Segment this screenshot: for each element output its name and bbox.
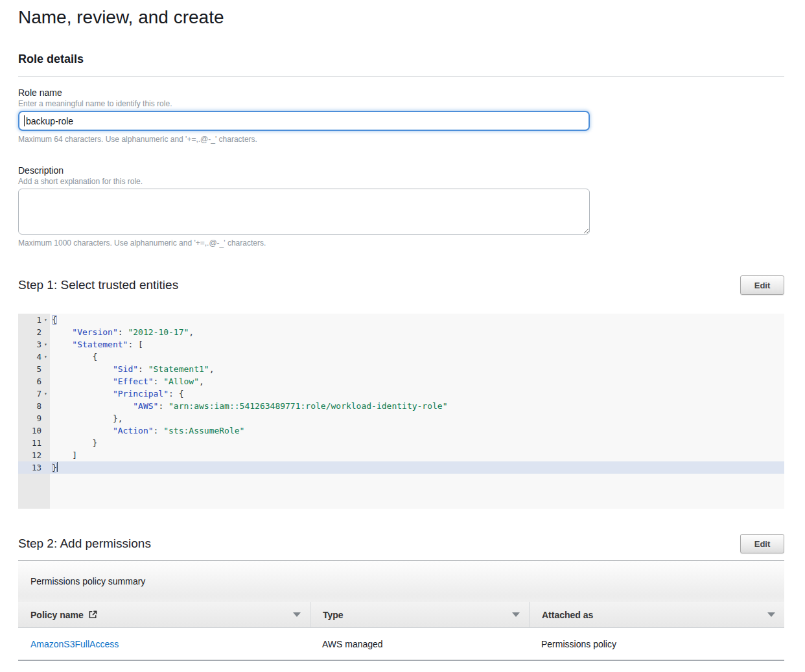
permissions-panel-title: Permissions policy summary (18, 561, 784, 602)
code-line[interactable]: 4▾ { (18, 351, 784, 363)
code-line-text: } (50, 461, 784, 474)
role-name-input-wrap (18, 111, 590, 131)
code-line-text: "Version": "2012-10-17", (50, 326, 784, 338)
policy-table-header: Policy nameTypeAttached as (18, 602, 784, 628)
code-line-text: "Principal": { (50, 388, 784, 400)
description-block: Description Add a short explanation for … (18, 165, 784, 248)
code-line[interactable]: 13} (18, 461, 784, 474)
gutter-filler (18, 474, 50, 509)
code-line[interactable]: 2 "Version": "2012-10-17", (18, 326, 784, 338)
step2-header-row: Step 2: Add permissions Edit (18, 534, 784, 553)
code-line[interactable]: 6 "Effect": "Allow", (18, 375, 784, 388)
code-line[interactable]: 12 ] (18, 449, 784, 461)
page-title: Name, review, and create (18, 6, 784, 29)
description-hint: Add a short explanation for this role. (18, 176, 784, 187)
code-line-text: { (50, 314, 784, 326)
code-line-text: } (50, 437, 784, 449)
column-header-label: Type (323, 610, 344, 620)
gutter-line-number: 4▾ (18, 351, 50, 363)
gutter-line-number: 2 (18, 326, 50, 338)
code-filler (50, 474, 784, 509)
page: Name, review, and create Role details Ro… (0, 0, 805, 661)
code-line[interactable]: 7▾ "Principal": { (18, 388, 784, 400)
code-line-text: { (50, 351, 784, 363)
gutter-line-number: 11 (18, 437, 50, 449)
code-line-text: "Action": "sts:AssumeRole" (50, 424, 784, 437)
code-line-text: }, (50, 412, 784, 424)
text-caret (24, 115, 25, 126)
gutter-line-number: 1▾ (18, 314, 50, 326)
gutter-line-number: 10 (18, 424, 50, 437)
role-name-label: Role name (18, 87, 784, 98)
column-header-attached-as[interactable]: Attached as (529, 602, 784, 627)
policy-table-body: AmazonS3FullAccessAWS managedPermissions… (18, 628, 784, 661)
description-help: Maximum 1000 characters. Use alphanumeri… (18, 238, 784, 248)
table-cell: Permissions policy (529, 628, 784, 660)
gutter-line-number: 7▾ (18, 388, 50, 400)
code-line-text: "Sid": "Statement1", (50, 363, 784, 375)
column-header-type[interactable]: Type (310, 602, 529, 627)
gutter-line-number: 5 (18, 363, 50, 375)
code-line-text: "AWS": "arn:aws:iam::541263489771:role/w… (50, 400, 784, 412)
gutter-line-number: 6 (18, 375, 50, 388)
policy-link[interactable]: AmazonS3FullAccess (30, 639, 119, 649)
fold-caret-icon[interactable]: ▾ (41, 388, 50, 400)
step1-edit-button[interactable]: Edit (740, 275, 784, 295)
sort-arrow-icon[interactable] (293, 612, 301, 617)
table-row: AmazonS3FullAccessAWS managedPermissions… (18, 628, 784, 661)
code-line[interactable]: 1▾{ (18, 314, 784, 326)
code-line[interactable]: 8 "AWS": "arn:aws:iam::541263489771:role… (18, 400, 784, 412)
sort-arrow-icon[interactable] (767, 612, 775, 617)
code-line-text: "Effect": "Allow", (50, 375, 784, 388)
column-header-label: Attached as (542, 610, 593, 620)
role-name-input[interactable] (18, 111, 590, 131)
column-header-label: Policy name (30, 610, 84, 620)
role-name-hint: Enter a meaningful name to identify this… (18, 98, 784, 109)
editor-cursor (57, 462, 58, 472)
sort-arrow-icon[interactable] (512, 612, 520, 617)
editor-empty-area[interactable] (18, 474, 784, 509)
description-label: Description (18, 165, 784, 176)
step2-edit-button[interactable]: Edit (740, 534, 784, 553)
external-link-icon (88, 610, 98, 620)
fold-caret-icon[interactable]: ▾ (41, 351, 50, 363)
code-line[interactable]: 11 } (18, 437, 784, 449)
gutter-line-number: 3▾ (18, 338, 50, 351)
code-line-text: "Statement": [ (50, 338, 784, 351)
gutter-line-number: 8 (18, 400, 50, 412)
code-line[interactable]: 10 "Action": "sts:AssumeRole" (18, 424, 784, 437)
gutter-line-number: 13 (18, 461, 50, 474)
code-line-text: ] (50, 449, 784, 461)
role-details-heading: Role details (18, 52, 784, 66)
policy-name-cell: AmazonS3FullAccess (18, 628, 310, 660)
fold-caret-icon[interactable]: ▾ (41, 314, 50, 326)
permissions-panel: Permissions policy summary Policy nameTy… (18, 560, 784, 661)
step1-heading: Step 1: Select trusted entities (18, 277, 178, 293)
code-line[interactable]: 9 }, (18, 412, 784, 424)
role-details-divider (18, 76, 784, 76)
code-line[interactable]: 5 "Sid": "Statement1", (18, 363, 784, 375)
trust-policy-code-editor[interactable]: 1▾{2 "Version": "2012-10-17",3▾ "Stateme… (18, 314, 784, 509)
gutter-line-number: 12 (18, 449, 50, 461)
gutter-line-number: 9 (18, 412, 50, 424)
step2-heading: Step 2: Add permissions (18, 536, 151, 551)
role-name-help: Maximum 64 characters. Use alphanumeric … (18, 134, 784, 145)
step1-header-row: Step 1: Select trusted entities Edit (18, 275, 784, 295)
column-header-policy-name[interactable]: Policy name (18, 602, 310, 627)
code-line[interactable]: 3▾ "Statement": [ (18, 338, 784, 351)
table-cell: AWS managed (310, 628, 529, 660)
fold-caret-icon[interactable]: ▾ (41, 338, 50, 351)
description-textarea[interactable] (18, 189, 590, 235)
